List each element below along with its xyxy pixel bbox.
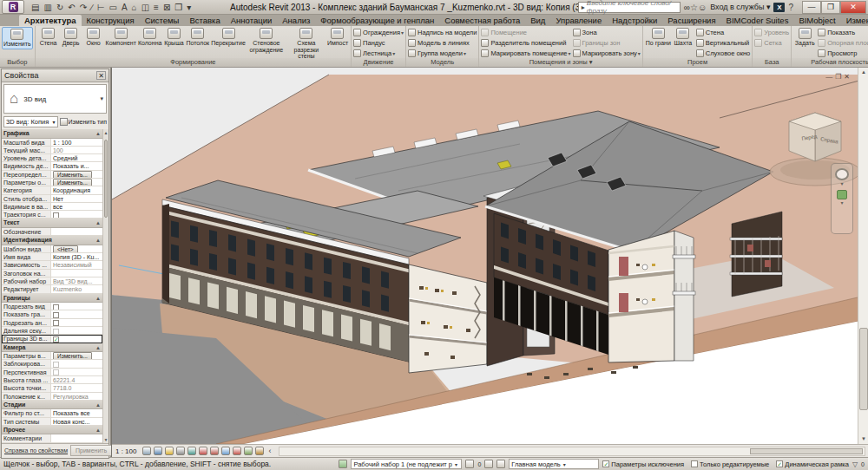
railing-button[interactable]: Ограждения▾ (353, 27, 404, 37)
show-workplane-button[interactable]: Показать (818, 27, 868, 37)
constraints-icon[interactable] (255, 447, 264, 455)
tab-BIMobject[interactable]: BIMobject (793, 15, 840, 26)
sign-in-button[interactable]: Вход в службы ▾ (710, 3, 770, 11)
favorites-icon[interactable]: ☺ (698, 3, 707, 12)
worksets-icon[interactable] (339, 460, 347, 468)
text-icon[interactable]: A (120, 3, 129, 12)
property-checkbox[interactable] (53, 212, 59, 219)
tab-Конструкция[interactable]: Конструкция (82, 15, 140, 26)
temporary-hide-icon[interactable] (221, 447, 230, 455)
minimize-button[interactable]: — (802, 1, 821, 14)
stair-button[interactable]: Лестница▾ (353, 48, 404, 58)
crop-region-icon[interactable] (210, 447, 219, 455)
tab-Вставка[interactable]: Вставка (184, 15, 225, 26)
tab-Аннотации[interactable]: Аннотации (226, 15, 278, 26)
property-checkbox[interactable] (53, 362, 59, 368)
crop-view-icon[interactable] (199, 447, 207, 455)
property-edit-button[interactable]: Изменить... (53, 171, 92, 178)
area-tag-button[interactable]: Маркировать зону▾ (573, 48, 641, 58)
vertical-opening-button[interactable]: Вертикальный (696, 37, 750, 48)
sun-path-icon[interactable] (165, 447, 174, 455)
edit-type-button[interactable]: Изменить тип (60, 116, 107, 127)
exchange-apps-icon[interactable]: X (773, 3, 785, 12)
thin-lines-icon[interactable]: ≡ (152, 3, 161, 12)
communication-center-icon[interactable]: ☆ (690, 3, 698, 12)
wall-opening-button[interactable]: Стена (696, 27, 750, 37)
type-selector[interactable]: ⌂ 3D вид ▾ (3, 84, 107, 114)
close-hidden-windows-icon[interactable]: ⊠ (161, 3, 172, 12)
horizontal-scrollbar[interactable] (279, 447, 865, 456)
curtain-grid-button[interactable]: Схема разрезки стены (286, 27, 326, 61)
shaft-button[interactable]: Шахта (672, 27, 694, 48)
floor-button[interactable]: Перекрытие (210, 27, 247, 48)
switch-windows-icon[interactable]: ❐ (173, 3, 184, 12)
filter-icon[interactable]: ▽ (852, 460, 858, 468)
toggle-Только редактируемые[interactable]: Только редактируемые (691, 460, 769, 468)
property-group-header[interactable]: Границы▲ (2, 294, 102, 304)
visual-style-icon[interactable] (154, 447, 162, 455)
design-options-icon[interactable] (484, 460, 493, 468)
aligned-dimension-icon[interactable]: ⊢ (95, 3, 107, 12)
worksharing-display-icon[interactable] (244, 447, 253, 455)
tag-icon[interactable]: ▭ (107, 3, 118, 12)
property-group-header[interactable]: Стадии▲ (2, 401, 102, 410)
property-checkbox[interactable]: ✓ (53, 336, 59, 343)
viewer-button[interactable]: Просмотр (818, 48, 868, 58)
property-checkbox[interactable] (53, 320, 59, 326)
reveal-hidden-icon[interactable] (233, 447, 241, 455)
default-3d-view-icon[interactable]: ⌂ (130, 3, 139, 12)
collapse-arrow-icon[interactable]: ‹ (268, 447, 271, 455)
property-checkbox[interactable] (53, 312, 59, 318)
workset-dropdown[interactable]: Рабочий набор 1 (не подлежит р▾ (351, 459, 462, 469)
tab-Системы[interactable]: Системы (140, 15, 185, 26)
undo-icon[interactable]: ↶ (66, 3, 76, 12)
property-edit-button[interactable]: Изменить... (53, 352, 92, 359)
model-group-button[interactable]: Группа модели▾ (408, 48, 477, 58)
steering-wheel-icon[interactable] (835, 168, 849, 180)
column-button[interactable]: Колонна (137, 27, 163, 48)
component-button[interactable]: Компонент (105, 27, 137, 48)
close-button[interactable]: ✕ (840, 1, 866, 14)
view-scale-button[interactable]: 1 : 100 (115, 447, 136, 455)
zoom-tool-icon[interactable] (837, 190, 847, 199)
model-text-button[interactable]: Надпись на модели (408, 27, 477, 37)
vertical-scrollbar[interactable]: ▲ ▼ (858, 68, 868, 444)
tab-Управление[interactable]: Управление (550, 15, 607, 26)
shadows-icon[interactable] (176, 447, 185, 455)
customize-qat-icon[interactable]: ▾ (185, 3, 193, 12)
door-button[interactable]: Дверь (60, 27, 82, 48)
horizontal-scrollbar-thumb[interactable] (750, 448, 863, 454)
room-separator-button[interactable]: Разделитель помещений (481, 37, 570, 48)
apply-button[interactable]: Применить (70, 445, 112, 456)
property-group-header[interactable]: Прочее▲ (2, 426, 102, 435)
properties-close-icon[interactable]: ✕ (96, 71, 106, 80)
property-checkbox[interactable] (53, 304, 59, 310)
tab-BIMCoder Suites[interactable]: BIMCoder Suites (721, 15, 794, 26)
property-checkbox[interactable] (53, 369, 59, 375)
section-icon[interactable]: ◫ (140, 3, 151, 12)
tab-Вид[interactable]: Вид (525, 15, 550, 26)
wall-button[interactable]: Стена (37, 27, 60, 48)
mullion-button[interactable]: Импост (326, 27, 349, 48)
property-group-header[interactable]: Идентификация▲ (2, 236, 102, 245)
property-group-header[interactable]: Графика▲ (2, 129, 102, 139)
help-icon[interactable]: ? (788, 3, 793, 12)
tab-Формообразующие и генплан[interactable]: Формообразующие и генплан (315, 15, 439, 26)
measure-icon[interactable]: ∕ (89, 3, 95, 12)
property-group-header[interactable]: Камера▲ (2, 343, 102, 353)
tab-Анализ[interactable]: Анализ (277, 15, 315, 26)
show-crop-icon[interactable] (142, 447, 151, 455)
opening-by-face-button[interactable]: По грани (645, 27, 672, 48)
tab-Совместная работа[interactable]: Совместная работа (439, 15, 525, 26)
view-restore-icon[interactable]: ❐ (835, 73, 841, 81)
roof-button[interactable]: Крыша (162, 27, 185, 48)
property-edit-button[interactable]: Изменить... (53, 179, 92, 186)
toggle-Параметры исключения[interactable]: ✓Параметры исключения (602, 460, 684, 468)
ceiling-button[interactable]: Потолок (185, 27, 210, 48)
dormer-button[interactable]: Слуховое окно (696, 48, 750, 58)
help-search-input[interactable]: ▸ Введите ключевое слово/фразу (578, 2, 681, 13)
restore-button[interactable]: ❐ (821, 1, 840, 14)
open-icon[interactable]: ▤ (30, 3, 41, 12)
toggle-Динамическая рамка[interactable]: ✓Динамическая рамка (776, 460, 849, 468)
editing-requests-icon[interactable] (465, 460, 474, 468)
